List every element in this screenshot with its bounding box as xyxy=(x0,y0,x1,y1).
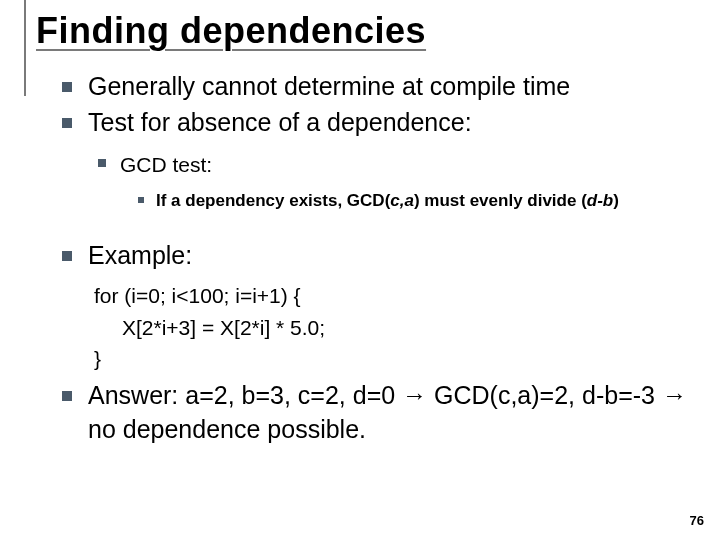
bullet-2-sub-text: GCD test: xyxy=(120,153,212,176)
code-line-2: X[2*i+3] = X[2*i] * 5.0; xyxy=(94,312,690,344)
bullet-list-level3: If a dependency exists, GCD(c,a) must ev… xyxy=(120,189,690,213)
page-number: 76 xyxy=(690,513,704,528)
slide: Finding dependencies Generally cannot de… xyxy=(0,0,720,540)
bullet-list-level2: GCD test: If a dependency exists, GCD(c,… xyxy=(88,150,690,213)
bullet-2-text: Test for absence of a dependence: xyxy=(88,108,472,136)
square-bullet-icon xyxy=(62,251,72,261)
title-area: Finding dependencies xyxy=(0,0,720,52)
bullet-1-text: Generally cannot determine at compile ti… xyxy=(88,72,570,100)
bullet-list-level1: Generally cannot determine at compile ti… xyxy=(62,70,690,446)
gcd-statement: If a dependency exists, GCD(c,a) must ev… xyxy=(156,191,619,210)
square-bullet-icon xyxy=(62,118,72,128)
txt: ) must evenly divide ( xyxy=(414,191,587,210)
txt: If a dependency exists, GCD( xyxy=(156,191,390,210)
bullet-3: Example: for (i=0; i<100; i=i+1) { X[2*i… xyxy=(62,239,690,375)
var-ca: c,a xyxy=(390,191,414,210)
slide-body: Generally cannot determine at compile ti… xyxy=(0,52,720,446)
bullet-2-sub: GCD test: If a dependency exists, GCD(c,… xyxy=(98,150,690,213)
var-db: d-b xyxy=(587,191,613,210)
square-bullet-icon xyxy=(138,197,144,203)
slide-title: Finding dependencies xyxy=(36,10,720,52)
bullet-2: Test for absence of a dependence: GCD te… xyxy=(62,106,690,213)
square-bullet-icon xyxy=(62,391,72,401)
bullet-1: Generally cannot determine at compile ti… xyxy=(62,70,690,104)
code-example: for (i=0; i<100; i=i+1) { X[2*i+3] = X[2… xyxy=(94,280,690,375)
code-line-1: for (i=0; i<100; i=i+1) { xyxy=(94,280,690,312)
bullet-4-text: Answer: a=2, b=3, c=2, d=0 → GCD(c,a)=2,… xyxy=(88,381,687,443)
square-bullet-icon xyxy=(98,159,106,167)
bullet-3-text: Example: xyxy=(88,241,192,269)
txt: ) xyxy=(613,191,619,210)
code-line-3: } xyxy=(94,343,690,375)
square-bullet-icon xyxy=(62,82,72,92)
bullet-4: Answer: a=2, b=3, c=2, d=0 → GCD(c,a)=2,… xyxy=(62,379,690,447)
bullet-2-sub-sub: If a dependency exists, GCD(c,a) must ev… xyxy=(138,189,690,213)
